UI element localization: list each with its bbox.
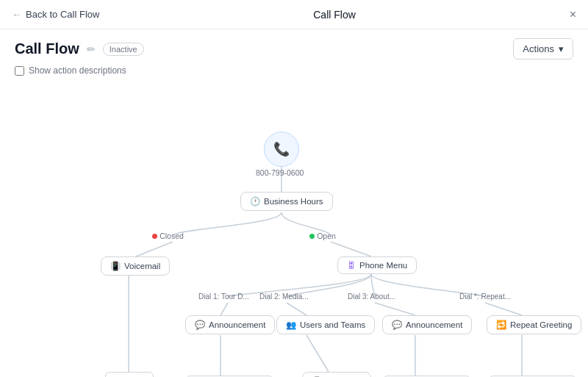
dial2-label: Dial 2: Media... — [259, 292, 309, 301]
actions-button[interactable]: Actions ▾ — [513, 38, 573, 60]
announcement2-icon: 💬 — [392, 320, 402, 330]
announcement2-node[interactable]: 💬 Announcement — [382, 315, 472, 334]
phone-node[interactable]: 📞 — [264, 132, 299, 167]
announcement1-icon: 💬 — [195, 320, 205, 330]
svg-line-9 — [306, 335, 329, 372]
users-icon: 👥 — [286, 320, 296, 330]
show-descriptions-label: Show action descriptions — [29, 65, 126, 76]
voicemail-icon: 📳 — [110, 261, 121, 271]
users-teams-node[interactable]: 👥 Users and Teams — [276, 315, 375, 334]
back-button[interactable]: ← Back to Call Flow — [12, 9, 99, 20]
repeat-icon: 🔁 — [496, 320, 506, 330]
clock-icon: 🕐 — [250, 196, 260, 207]
edit-icon[interactable]: ✏ — [87, 43, 96, 55]
phone-number-label: 800-799-0600 — [256, 168, 304, 177]
chevron-down-icon: ▾ — [559, 43, 564, 54]
business-hours-node[interactable]: 🕐 Business Hours — [240, 192, 333, 211]
voicemail-node[interactable]: 📳 Voicemail — [101, 256, 170, 276]
svg-line-1 — [136, 242, 173, 256]
inactive-badge: Inactive — [103, 43, 144, 56]
show-descriptions-checkbox[interactable] — [15, 66, 24, 76]
dial3-label: Dial 3: About... — [348, 292, 395, 301]
dial4-label: Dial *: Repeat... — [459, 292, 511, 301]
announcement1-node[interactable]: 💬 Announcement — [185, 315, 275, 334]
phone-menu-icon: 🎛 — [347, 261, 356, 270]
dial1-label: Dial 1: Tour D... — [198, 292, 249, 301]
phone-menu-node[interactable]: 🎛 Phone Menu — [337, 256, 417, 274]
call-ends-1-node: Call ends — [105, 372, 154, 377]
back-label: Back to Call Flow — [26, 9, 99, 20]
voicemail2-node[interactable]: 📳 Voicemail — [302, 372, 371, 377]
svg-line-2 — [331, 242, 371, 256]
svg-line-4 — [220, 303, 228, 315]
call-flow-canvas: 📞 800-799-0600 🕐 Business Hours Closed O… — [0, 82, 588, 377]
svg-line-6 — [375, 303, 415, 315]
closed-label: Closed — [152, 231, 184, 240]
repeat-greeting-node[interactable]: 🔁 Repeat Greeting — [487, 315, 581, 334]
top-bar-title: Call Flow — [313, 9, 356, 21]
svg-line-7 — [485, 303, 522, 315]
close-button[interactable]: × — [570, 8, 576, 21]
open-label: Open — [309, 231, 336, 240]
svg-line-5 — [287, 303, 306, 315]
back-arrow-icon: ← — [12, 9, 21, 20]
page-title: Call Flow — [15, 40, 79, 57]
